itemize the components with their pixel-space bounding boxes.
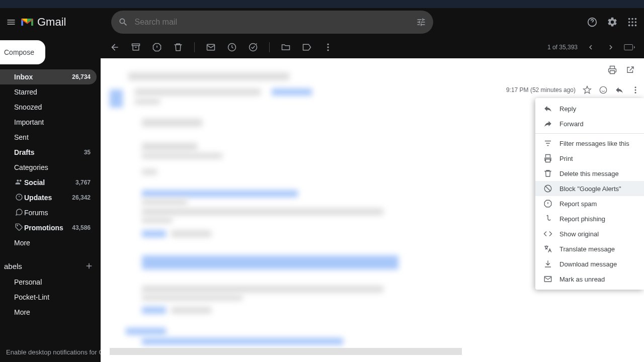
ctx-label: Download message: [559, 260, 617, 268]
ctx-label: Mark as unread: [559, 276, 605, 283]
support-icon[interactable]: [587, 17, 598, 28]
delete-icon[interactable]: [173, 42, 194, 52]
svg-point-17: [327, 46, 329, 48]
svg-point-11: [17, 225, 18, 226]
move-to-icon[interactable]: [281, 42, 302, 52]
ctx-reply[interactable]: Reply: [535, 101, 644, 116]
search-input[interactable]: [134, 18, 416, 27]
react-icon[interactable]: [599, 85, 608, 95]
ctx-unread[interactable]: Mark as unread: [535, 272, 644, 287]
labels-header-text: abels: [4, 262, 22, 270]
apps-icon[interactable]: [627, 17, 638, 28]
svg-point-15: [250, 44, 257, 51]
download-icon: [543, 259, 552, 268]
newer-icon[interactable]: [584, 40, 598, 54]
labels-header: abels: [0, 257, 101, 275]
browser-chrome-strip: [0, 0, 644, 8]
ctx-spam[interactable]: Report spam: [535, 196, 644, 211]
ctx-separator: [535, 133, 644, 134]
ctx-delete[interactable]: Delete this message: [535, 166, 644, 181]
svg-point-6: [635, 21, 637, 23]
labels-icon[interactable]: [302, 42, 323, 52]
mark-unread-icon: [543, 275, 552, 284]
svg-rect-12: [132, 44, 140, 45]
nav-snoozed[interactable]: Snoozed: [0, 100, 97, 115]
message-toolbar: 1 of 35,393: [101, 36, 644, 58]
app-header: Gmail: [0, 8, 644, 36]
nav-more[interactable]: More: [0, 235, 97, 250]
translate-icon: [543, 244, 552, 253]
toolbar-separator: [194, 42, 195, 52]
message-more-icon[interactable]: [631, 85, 640, 95]
ctx-label: Delete this message: [559, 170, 619, 177]
nav-sent[interactable]: Sent: [0, 130, 97, 145]
message-timestamp: 9:17 PM (52 minutes ago): [506, 86, 576, 94]
svg-point-9: [635, 25, 637, 27]
ctx-download[interactable]: Download message: [535, 256, 644, 272]
print-icon[interactable]: [608, 65, 617, 74]
add-label-icon[interactable]: [85, 261, 94, 270]
labels-more[interactable]: More: [0, 305, 97, 320]
ctx-filter[interactable]: Filter messages like this: [535, 136, 644, 151]
nav-starred[interactable]: Starred: [0, 84, 97, 100]
forward-icon: [543, 119, 552, 128]
ctx-forward[interactable]: Forward: [535, 116, 644, 131]
search-options-icon[interactable]: [416, 17, 426, 27]
nav-drafts[interactable]: Drafts35: [0, 145, 97, 160]
ctx-phishing[interactable]: Report phishing: [535, 211, 644, 226]
input-tools-icon[interactable]: [624, 44, 635, 51]
nav-forums[interactable]: Forums: [0, 205, 97, 220]
ctx-label: Report phishing: [559, 215, 605, 223]
ctx-translate[interactable]: Translate message: [535, 241, 644, 256]
svg-point-18: [327, 49, 329, 51]
ctx-label: Show original: [559, 230, 599, 238]
ctx-label: Translate message: [559, 245, 615, 253]
settings-icon[interactable]: [607, 17, 618, 28]
compose-button[interactable]: Compose: [0, 40, 45, 64]
message-context-menu: Reply Forward Filter messages like this …: [535, 98, 644, 290]
snooze-icon[interactable]: [227, 42, 248, 52]
desktop-notification-prompt[interactable]: Enable desktop notifications for Gma: [6, 348, 101, 356]
main-menu-icon[interactable]: [6, 17, 18, 27]
svg-point-20: [600, 86, 607, 94]
ctx-block[interactable]: Block "Google Alerts": [535, 181, 644, 196]
reply-icon: [543, 104, 552, 113]
search-icon: [118, 17, 128, 27]
search-bar[interactable]: [111, 11, 433, 34]
block-icon: [543, 184, 552, 193]
archive-icon[interactable]: [131, 42, 152, 52]
phishing-icon: [543, 214, 552, 223]
ctx-print[interactable]: Print: [535, 151, 644, 166]
star-icon[interactable]: [583, 85, 592, 95]
ctx-original[interactable]: Show original: [535, 226, 644, 241]
label-pocket-lint[interactable]: Pocket-Lint: [0, 290, 97, 305]
back-icon[interactable]: [110, 42, 131, 52]
reply-icon[interactable]: [615, 85, 624, 95]
nav-categories[interactable]: Categories: [0, 160, 97, 175]
print-icon: [543, 154, 552, 163]
open-new-window-icon[interactable]: [626, 65, 635, 74]
svg-point-21: [635, 86, 636, 88]
horizontal-scrollbar[interactable]: [110, 348, 462, 355]
nav-social[interactable]: Social3,767: [0, 175, 97, 190]
nav-promotions[interactable]: Promotions43,586: [0, 220, 97, 235]
svg-point-3: [635, 18, 637, 20]
toolbar-separator: [269, 42, 270, 52]
gmail-logo[interactable]: Gmail: [20, 16, 66, 29]
ctx-label: Forward: [559, 120, 584, 128]
svg-point-16: [327, 44, 329, 45]
mark-unread-icon[interactable]: [206, 42, 227, 52]
add-task-icon[interactable]: [248, 42, 269, 52]
svg-point-2: [631, 18, 633, 20]
more-icon[interactable]: [323, 42, 344, 52]
nav-updates[interactable]: Updates26,342: [0, 190, 97, 205]
ctx-label: Block "Google Alerts": [559, 185, 621, 193]
svg-point-5: [631, 21, 633, 23]
gmail-wordmark: Gmail: [37, 16, 66, 29]
older-icon[interactable]: [604, 40, 618, 54]
nav-inbox[interactable]: Inbox26,734: [0, 69, 97, 84]
report-spam-icon[interactable]: [152, 42, 173, 52]
label-personal[interactable]: Personal: [0, 275, 97, 290]
nav-important[interactable]: Important: [0, 115, 97, 130]
svg-point-8: [631, 25, 633, 27]
